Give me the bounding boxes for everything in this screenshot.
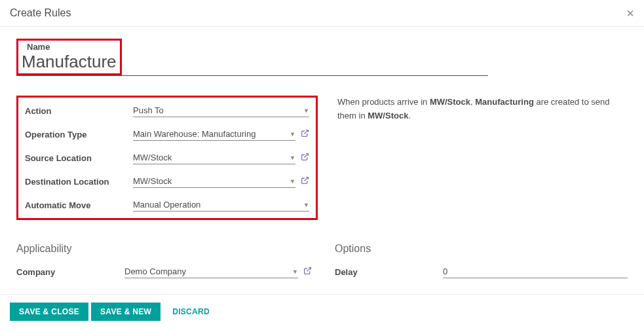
- options-section: Options Delay: [335, 220, 628, 281]
- automatic-move-row: Automatic Move Manual Operation ▼: [25, 196, 309, 214]
- source-location-value: MW/Stock: [133, 153, 172, 162]
- name-label: Name: [22, 42, 117, 52]
- destination-location-wrap: MW/Stock ▼: [133, 175, 309, 188]
- automatic-move-wrap: Manual Operation ▼: [133, 198, 309, 212]
- modal-header: Create Rules ×: [0, 0, 644, 26]
- external-link-icon[interactable]: [301, 153, 309, 163]
- chevron-down-icon: ▼: [290, 131, 295, 138]
- action-label: Action: [25, 106, 133, 116]
- name-row: Name Manufacture: [16, 40, 488, 76]
- svg-line-2: [304, 177, 308, 181]
- company-value: Demo Company: [124, 267, 186, 276]
- form-highlight-box: Action Push To ▼ Operation Type Main War…: [16, 96, 318, 220]
- destination-location-row: Destination Location MW/Stock ▼: [25, 172, 309, 191]
- modal-title: Create Rules: [10, 7, 71, 19]
- name-section: Name Manufacture: [16, 40, 628, 76]
- svg-line-1: [304, 154, 308, 158]
- save-close-button[interactable]: SAVE & CLOSE: [10, 303, 88, 321]
- external-link-icon[interactable]: [301, 129, 309, 139]
- operation-type-select[interactable]: Main Warehouse: Manufacturing ▼: [133, 128, 295, 141]
- company-label: Company: [16, 267, 124, 277]
- destination-location-label: Destination Location: [25, 177, 133, 187]
- left-column: Action Push To ▼ Operation Type Main War…: [16, 96, 318, 220]
- name-input[interactable]: Manufacture: [22, 52, 117, 71]
- destination-location-select[interactable]: MW/Stock ▼: [133, 175, 295, 188]
- action-row: Action Push To ▼: [25, 101, 309, 120]
- automatic-move-select[interactable]: Manual Operation ▼: [133, 198, 309, 212]
- chevron-down-icon: ▼: [303, 107, 309, 114]
- options-heading: Options: [335, 243, 628, 255]
- action-value: Push To: [133, 105, 164, 115]
- automatic-move-label: Automatic Move: [25, 200, 133, 210]
- save-new-button[interactable]: SAVE & NEW: [91, 303, 161, 321]
- source-location-wrap: MW/Stock ▼: [133, 151, 309, 164]
- company-row: Company Demo Company ▼: [16, 263, 312, 281]
- company-select[interactable]: Demo Company ▼: [124, 265, 298, 278]
- operation-type-label: Operation Type: [25, 130, 133, 139]
- operation-type-row: Operation Type Main Warehouse: Manufactu…: [25, 125, 309, 143]
- info-text: When products arrive in MW/Stock, Manufa…: [337, 96, 628, 123]
- discard-button[interactable]: DISCARD: [163, 303, 219, 321]
- external-link-icon[interactable]: [303, 267, 312, 277]
- svg-line-3: [307, 268, 311, 272]
- source-location-select[interactable]: MW/Stock ▼: [133, 151, 295, 164]
- chevron-down-icon: ▼: [303, 202, 309, 208]
- delay-label: Delay: [335, 267, 443, 277]
- chevron-down-icon: ▼: [290, 155, 295, 161]
- right-column: When products arrive in MW/Stock, Manufa…: [337, 96, 628, 220]
- lower-sections: Applicability Company Demo Company ▼ Opt…: [16, 220, 628, 281]
- chevron-down-icon: ▼: [290, 178, 295, 185]
- operation-type-wrap: Main Warehouse: Manufacturing ▼: [133, 128, 309, 141]
- columns: Action Push To ▼ Operation Type Main War…: [16, 96, 628, 220]
- svg-line-0: [304, 130, 308, 134]
- source-location-row: Source Location MW/Stock ▼: [25, 149, 309, 167]
- operation-type-value: Main Warehouse: Manufacturing: [133, 129, 256, 139]
- close-icon[interactable]: ×: [626, 7, 634, 20]
- name-highlight: Name Manufacture: [16, 39, 122, 75]
- applicability-heading: Applicability: [16, 243, 312, 255]
- source-location-label: Source Location: [25, 153, 133, 163]
- delay-row: Delay: [335, 263, 628, 281]
- chevron-down-icon: ▼: [292, 268, 298, 275]
- delay-input[interactable]: [443, 265, 628, 278]
- destination-location-value: MW/Stock: [133, 176, 172, 186]
- action-wrap: Push To ▼: [133, 104, 309, 117]
- automatic-move-value: Manual Operation: [133, 200, 200, 210]
- modal-body: Name Manufacture Action Push To ▼ Op: [0, 26, 644, 294]
- action-select[interactable]: Push To ▼: [133, 104, 309, 117]
- modal-footer: SAVE & CLOSE SAVE & NEW DISCARD: [0, 294, 644, 329]
- external-link-icon[interactable]: [301, 176, 309, 187]
- applicability-section: Applicability Company Demo Company ▼: [16, 220, 312, 281]
